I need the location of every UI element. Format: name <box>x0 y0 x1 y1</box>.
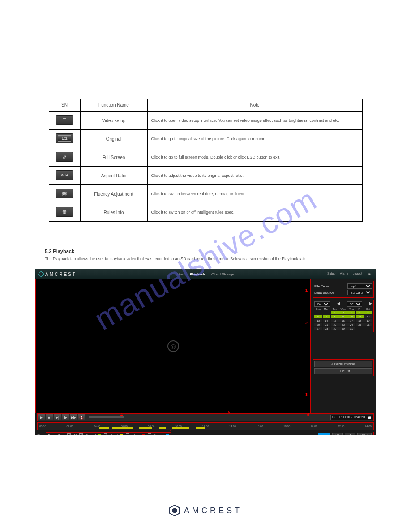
calendar-day[interactable]: 9 <box>339 315 347 318</box>
calendar-panel: Dec ◀ 2015 ▶ SunMonTueWenThuFriSat123456… <box>313 300 374 332</box>
calendar-day[interactable]: 26 <box>364 323 372 326</box>
app-brand: AMCREST <box>39 272 77 277</box>
calendar-day[interactable]: 3 <box>347 311 355 314</box>
calendar-day[interactable]: 1 <box>331 311 339 314</box>
cb-event[interactable] <box>104 433 107 435</box>
calendar-day[interactable]: 24 <box>347 323 355 326</box>
nav-setup[interactable]: Setup <box>327 272 335 276</box>
header-fn: Function Name <box>80 99 147 112</box>
calendar-day[interactable]: 7 <box>323 315 331 318</box>
tab-playback[interactable]: Playback <box>189 272 205 276</box>
record-type-label: Record Type <box>48 434 64 435</box>
calendar-dow: Sun <box>314 308 322 310</box>
tab-live[interactable]: Live <box>177 272 184 276</box>
calendar-day[interactable]: 10 <box>347 315 355 318</box>
timeline-segments <box>39 427 372 429</box>
next-frame-button[interactable]: ▶| <box>54 414 61 420</box>
calendar-day[interactable]: 28 <box>323 327 331 330</box>
header-note: Note <box>147 99 362 112</box>
calendar-day[interactable]: 4 <box>356 311 364 314</box>
table-row: ⤢ Full Screen Click it to go to full scr… <box>49 148 362 167</box>
nav-alarm[interactable]: Alarm <box>340 272 348 276</box>
calendar-dow: Thu <box>347 308 355 310</box>
year-select[interactable]: 2015 <box>347 301 362 307</box>
fn-name: Aspect Ratio <box>80 167 147 185</box>
calendar-day[interactable]: 15 <box>331 319 339 322</box>
calendar-day[interactable]: 20 <box>314 323 322 326</box>
annotation-5: 5 <box>228 410 230 414</box>
datasource-select[interactable]: SD Card <box>347 290 372 295</box>
calendar-dow: Tue <box>331 308 339 310</box>
record-type-group: Record Type All General Event Alarm Manu… <box>46 432 171 435</box>
calendar-day[interactable]: 27 <box>314 327 322 330</box>
zoom-30min-button[interactable]: ○ 30min <box>357 433 372 435</box>
calendar-day[interactable]: 12 <box>364 315 372 318</box>
cb-general[interactable] <box>79 433 83 435</box>
annotation-1: 1 <box>305 288 308 292</box>
calendar-day[interactable]: 18 <box>356 319 364 322</box>
fn-note: Click it to go to original size of the p… <box>147 130 362 148</box>
calendar-day[interactable]: 31 <box>347 327 355 330</box>
zoom-2hr-button[interactable]: ○ 2hr <box>332 433 343 435</box>
calendar-day[interactable]: 21 <box>323 323 331 326</box>
calendar-day[interactable]: 8 <box>331 315 339 318</box>
prev-month-icon[interactable]: ◀ <box>337 301 340 307</box>
fn-name: Video setup <box>80 112 147 130</box>
calendar-day[interactable]: 5 <box>364 311 372 314</box>
mute-button[interactable]: 🔇 <box>78 414 85 420</box>
month-select[interactable]: Dec <box>314 301 330 307</box>
feature-table: SN Function Name Note Video setup Click … <box>49 99 363 222</box>
original-size-icon: 1:1 <box>56 133 73 143</box>
filetype-select[interactable]: mp4 <box>347 283 372 289</box>
calendar-day[interactable]: 23 <box>339 323 347 326</box>
zoom-1hr-button[interactable]: ○ 1hr <box>345 433 355 435</box>
calendar-day[interactable]: 17 <box>347 319 355 322</box>
filelist-button[interactable]: ☰ File List <box>314 368 372 374</box>
snapshot-icon[interactable]: ◉ <box>367 272 372 276</box>
table-row: Video setup Click it to open video setup… <box>49 112 362 130</box>
clip-icon[interactable]: ✂ <box>332 416 335 419</box>
cb-all[interactable] <box>67 433 71 435</box>
fn-name: Fluency Adjustment <box>80 185 147 203</box>
lbl-alarm: Alarm <box>132 434 140 435</box>
tab-cloud[interactable]: Cloud Storage <box>211 272 234 276</box>
volume-slider[interactable] <box>89 416 124 418</box>
timeline[interactable]: 00:0002:0004:0006:0008:0010:0012:0014:00… <box>37 422 374 430</box>
calendar-day[interactable]: 19 <box>364 319 372 322</box>
fullscreen-icon: ⤢ <box>56 152 73 162</box>
calendar-day[interactable]: 11 <box>356 315 364 318</box>
video-viewport[interactable]: ◎ <box>35 279 311 413</box>
calendar-day[interactable]: 14 <box>323 319 331 322</box>
batch-download-button[interactable]: ⇩ Batch Download <box>314 361 372 367</box>
calendar-day[interactable]: 22 <box>331 323 339 326</box>
swatch-manual <box>166 434 169 435</box>
calendar-day[interactable]: 30 <box>339 327 347 330</box>
fn-note: Click it to switch on or off intelligent… <box>147 203 362 222</box>
next-month-icon[interactable]: ▶ <box>369 301 372 307</box>
calendar-day[interactable]: 2 <box>339 311 347 314</box>
fn-name: Rules Info <box>80 203 147 222</box>
play-button[interactable]: ▶ <box>38 414 45 420</box>
slow-button[interactable]: |▶ <box>62 414 69 420</box>
cb-alarm[interactable] <box>126 433 129 435</box>
playback-controls: ▶ ■ ▶| |▶ ▶▶ 🔇 ✂ 00:00:00 - 00:40:50 💾 <box>37 413 374 421</box>
calendar-day[interactable]: 13 <box>314 319 322 322</box>
swatch-alarm <box>142 434 145 435</box>
table-row: ≋ Fluency Adjustment Click it to switch … <box>49 185 362 203</box>
stop-button[interactable]: ■ <box>46 414 53 420</box>
calendar-day[interactable]: 16 <box>339 319 347 322</box>
zoom-group: ◉ 24hr ○ 2hr ○ 1hr ○ 30min <box>316 432 374 435</box>
lbl-all: All <box>73 434 77 435</box>
annotation-6: 6 <box>307 412 309 417</box>
calendar-day[interactable]: 25 <box>356 323 364 326</box>
calendar-day[interactable]: 6 <box>314 315 322 318</box>
calendar-day[interactable]: 29 <box>331 327 339 330</box>
camera-placeholder-icon: ◎ <box>167 340 179 352</box>
save-clip-icon[interactable]: 💾 <box>368 416 372 419</box>
annotation-3: 3 <box>305 392 308 397</box>
nav-logout[interactable]: Logout <box>353 272 362 276</box>
cb-manual[interactable] <box>148 433 151 435</box>
section-body: The Playback tab allows the user to play… <box>45 257 389 261</box>
zoom-24hr-button[interactable]: ◉ 24hr <box>318 433 331 435</box>
fast-button[interactable]: ▶▶ <box>70 414 77 420</box>
